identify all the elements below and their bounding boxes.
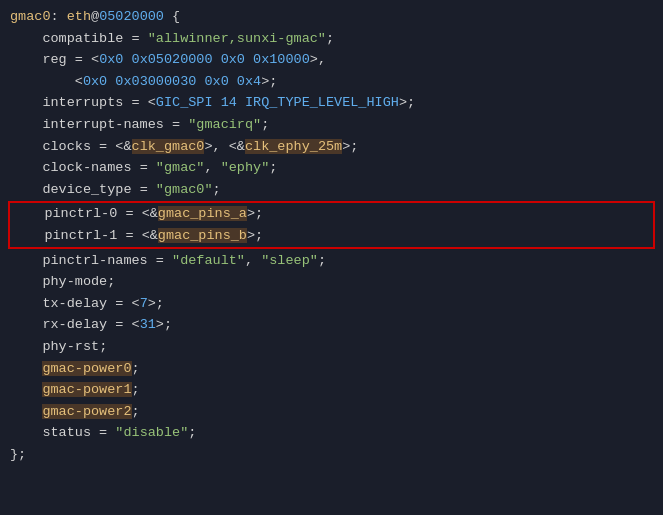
code-line-2: compatible = "allwinner,sunxi-gmac"; [0,28,663,50]
code-line-16: phy-rst; [0,336,663,358]
code-line-7: clocks = <&clk_gmac0>, <&clk_ephy_25m>; [0,136,663,158]
code-line-8: clock-names = "gmac", "ephy"; [0,157,663,179]
code-line-15: rx-delay = <31>; [0,314,663,336]
code-line-14: tx-delay = <7>; [0,293,663,315]
code-line-1: gmac0: eth@05020000 { [0,6,663,28]
code-line-6: interrupt-names = "gmacirq"; [0,114,663,136]
code-viewer: gmac0: eth@05020000 { compatible = "allw… [0,0,663,515]
code-line-19: gmac-power2; [0,401,663,423]
code-line-4: <0x0 0x03000030 0x0 0x4>; [0,71,663,93]
code-line-5: interrupts = <GIC_SPI 14 IRQ_TYPE_LEVEL_… [0,92,663,114]
highlighted-block: pinctrl-0 = <&gmac_pins_a>; pinctrl-1 = … [8,201,655,248]
code-line-12: pinctrl-names = "default", "sleep"; [0,250,663,272]
code-line-13: phy-mode; [0,271,663,293]
code-line-17: gmac-power0; [0,358,663,380]
code-line-10: pinctrl-0 = <&gmac_pins_a>; [10,203,653,225]
node-name: gmac0 [10,9,51,24]
code-line-21: }; [0,444,663,466]
code-line-20: status = "disable"; [0,422,663,444]
code-line-9: device_type = "gmac0"; [0,179,663,201]
code-line-18: gmac-power1; [0,379,663,401]
code-line-11: pinctrl-1 = <&gmac_pins_b>; [10,225,653,247]
code-line-3: reg = <0x0 0x05020000 0x0 0x10000>, [0,49,663,71]
